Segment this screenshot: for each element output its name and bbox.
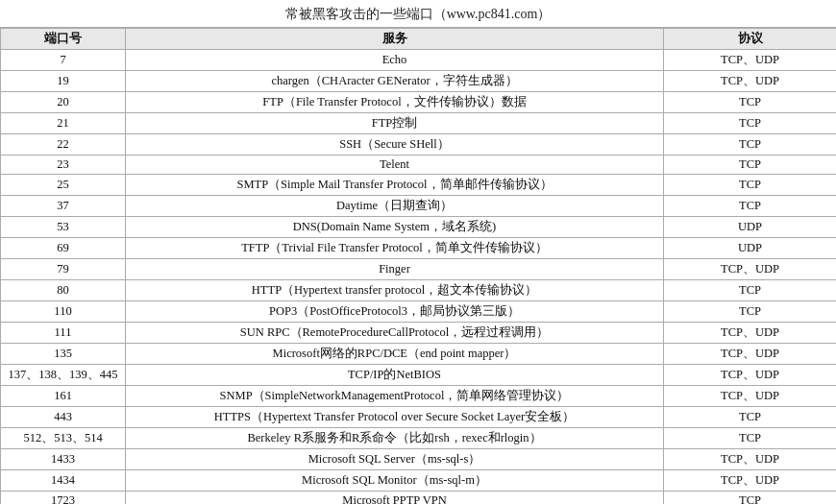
cell-service: Microsoft网络的RPC/DCE（end point mapper） xyxy=(126,344,664,365)
table-header-row: 端口号 服务 协议 xyxy=(1,29,837,50)
table-row: 21FTP控制TCP xyxy=(1,113,837,134)
cell-protocol: TCP xyxy=(664,428,837,449)
cell-service: SMTP（Simple Mail Transfer Protocol，简单邮件传… xyxy=(126,175,664,196)
table-row: 135Microsoft网络的RPC/DCE（end point mapper）… xyxy=(1,344,837,365)
cell-protocol: TCP xyxy=(664,175,837,196)
cell-service: HTTPS（Hypertext Transfer Protocol over S… xyxy=(126,407,664,428)
cell-port: 20 xyxy=(1,92,126,113)
table-row: 110POP3（PostOfficeProtocol3，邮局协议第三版）TCP xyxy=(1,301,837,323)
cell-protocol: TCP、UDP xyxy=(664,386,837,407)
table-row: 37Daytime（日期查询）TCP xyxy=(1,196,837,217)
cell-service: TFTP（Trivial File Transfer Protocol，简单文件… xyxy=(126,238,664,259)
table-row: 161SNMP（SimpleNetworkManagementProtocol，… xyxy=(1,386,837,407)
cell-service: SUN RPC（RemoteProcedureCallProtocol，远程过程… xyxy=(126,323,664,344)
cell-port: 37 xyxy=(1,196,126,217)
cell-service: Microsoft SQL Monitor（ms-sql-m） xyxy=(126,470,664,492)
cell-service: Berkeley R系服务和R系命令（比如rsh，rexec和rlogin） xyxy=(126,428,664,449)
cell-service: DNS(Domain Name System，域名系统) xyxy=(126,217,664,238)
cell-protocol: TCP xyxy=(664,113,837,134)
cell-service: Microsoft PPTP VPN xyxy=(126,492,664,505)
table-row: 1434Microsoft SQL Monitor（ms-sql-m）TCP、U… xyxy=(1,470,837,492)
cell-service: Daytime（日期查询） xyxy=(126,196,664,217)
cell-service: SSH（Secure SHell） xyxy=(126,134,664,156)
cell-service: chargen（CHAracter GENerator，字符生成器） xyxy=(126,71,664,92)
cell-protocol: TCP、UDP xyxy=(664,449,837,470)
header-port: 端口号 xyxy=(1,29,126,50)
table-row: 19chargen（CHAracter GENerator，字符生成器）TCP、… xyxy=(1,71,837,92)
cell-service: HTTP（Hypertext transfer protocol，超文本传输协议… xyxy=(126,280,664,301)
cell-service: POP3（PostOfficeProtocol3，邮局协议第三版） xyxy=(126,301,664,323)
page-title: 常被黑客攻击的一些端口（www.pc841.com） xyxy=(0,0,836,28)
cell-port: 7 xyxy=(1,50,126,71)
cell-service: FTP控制 xyxy=(126,113,664,134)
cell-service: Finger xyxy=(126,259,664,280)
cell-protocol: TCP xyxy=(664,280,837,301)
cell-service: SNMP（SimpleNetworkManagementProtocol，简单网… xyxy=(126,386,664,407)
cell-port: 79 xyxy=(1,259,126,280)
cell-port: 25 xyxy=(1,175,126,196)
cell-port: 111 xyxy=(1,323,126,344)
cell-port: 110 xyxy=(1,301,126,323)
cell-protocol: TCP xyxy=(664,492,837,505)
cell-port: 135 xyxy=(1,344,126,365)
cell-service: TCP/IP的NetBIOS xyxy=(126,365,664,386)
cell-port: 137、138、139、445 xyxy=(1,365,126,386)
cell-protocol: TCP xyxy=(664,301,837,323)
table-row: 23TelentTCP xyxy=(1,156,837,175)
cell-protocol: TCP、UDP xyxy=(664,365,837,386)
cell-port: 21 xyxy=(1,113,126,134)
cell-protocol: TCP、UDP xyxy=(664,323,837,344)
cell-protocol: TCP、UDP xyxy=(664,71,837,92)
cell-service: Echo xyxy=(126,50,664,71)
cell-port: 19 xyxy=(1,71,126,92)
cell-port: 22 xyxy=(1,134,126,156)
table-row: 512、513、514Berkeley R系服务和R系命令（比如rsh，rexe… xyxy=(1,428,837,449)
cell-port: 53 xyxy=(1,217,126,238)
table-row: 1433Microsoft SQL Server（ms-sql-s）TCP、UD… xyxy=(1,449,837,470)
cell-protocol: TCP xyxy=(664,134,837,156)
cell-port: 1723 xyxy=(1,492,126,505)
table-row: 111SUN RPC（RemoteProcedureCallProtocol，远… xyxy=(1,323,837,344)
table-row: 69TFTP（Trivial File Transfer Protocol，简单… xyxy=(1,238,837,259)
cell-port: 1434 xyxy=(1,470,126,492)
header-service: 服务 xyxy=(126,29,664,50)
table-row: 443HTTPS（Hypertext Transfer Protocol ove… xyxy=(1,407,837,428)
cell-port: 443 xyxy=(1,407,126,428)
table-row: 137、138、139、445TCP/IP的NetBIOSTCP、UDP xyxy=(1,365,837,386)
cell-protocol: TCP、UDP xyxy=(664,50,837,71)
cell-port: 512、513、514 xyxy=(1,428,126,449)
cell-port: 161 xyxy=(1,386,126,407)
cell-protocol: UDP xyxy=(664,217,837,238)
table-row: 25SMTP（Simple Mail Transfer Protocol，简单邮… xyxy=(1,175,837,196)
page-container: 常被黑客攻击的一些端口（www.pc841.com） 端口号 服务 协议 7Ec… xyxy=(0,0,836,504)
cell-port: 1433 xyxy=(1,449,126,470)
cell-service: Microsoft SQL Server（ms-sql-s） xyxy=(126,449,664,470)
cell-service: FTP（File Transfer Protocol，文件传输协议）数据 xyxy=(126,92,664,113)
cell-port: 80 xyxy=(1,280,126,301)
cell-protocol: TCP、UDP xyxy=(664,259,837,280)
cell-protocol: TCP xyxy=(664,407,837,428)
cell-protocol: TCP xyxy=(664,196,837,217)
cell-port: 23 xyxy=(1,156,126,175)
table-row: 20FTP（File Transfer Protocol，文件传输协议）数据TC… xyxy=(1,92,837,113)
ports-table: 端口号 服务 协议 7EchoTCP、UDP19chargen（CHAracte… xyxy=(0,28,836,504)
table-row: 22SSH（Secure SHell）TCP xyxy=(1,134,837,156)
table-row: 79FingerTCP、UDP xyxy=(1,259,837,280)
cell-protocol: UDP xyxy=(664,238,837,259)
cell-protocol: TCP、UDP xyxy=(664,344,837,365)
table-row: 80HTTP（Hypertext transfer protocol，超文本传输… xyxy=(1,280,837,301)
table-row: 53DNS(Domain Name System，域名系统)UDP xyxy=(1,217,837,238)
cell-service: Telent xyxy=(126,156,664,175)
cell-protocol: TCP、UDP xyxy=(664,470,837,492)
cell-protocol: TCP xyxy=(664,156,837,175)
table-row: 7EchoTCP、UDP xyxy=(1,50,837,71)
cell-protocol: TCP xyxy=(664,92,837,113)
header-protocol: 协议 xyxy=(664,29,837,50)
table-row: 1723Microsoft PPTP VPNTCP xyxy=(1,492,837,505)
cell-port: 69 xyxy=(1,238,126,259)
